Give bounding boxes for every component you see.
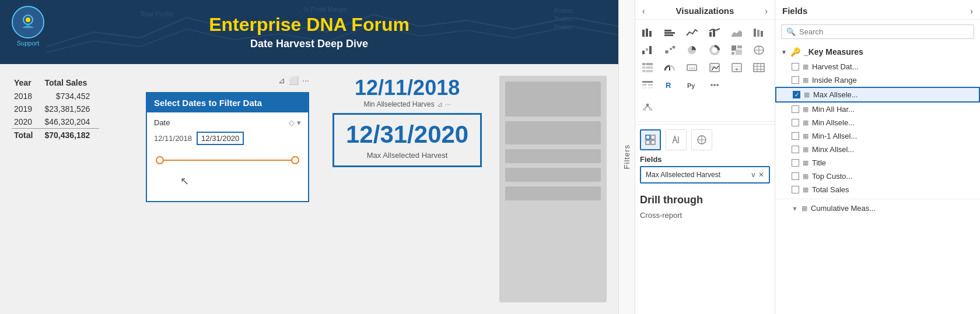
viz-icon-kpi[interactable]: KPI — [706, 59, 723, 76]
field-checkbox-total-sales[interactable] — [792, 186, 799, 193]
field-checkbox-min-allsele[interactable] — [792, 119, 799, 126]
viz-icon-matrix[interactable] — [639, 59, 656, 76]
viz-icon-decomp[interactable] — [639, 100, 656, 117]
cursor-area: ↖ — [154, 166, 301, 195]
date-slider[interactable] — [160, 154, 295, 166]
svg-rect-20 — [646, 48, 648, 51]
svg-text:R: R — [666, 81, 671, 90]
viz-icon-card[interactable]: 123 — [683, 59, 701, 76]
slider-track — [160, 160, 295, 161]
start-date-input[interactable]: 12/11/2018 — [154, 134, 192, 143]
field-item-max-allsele[interactable]: ✓ ▦ Max Allsele... — [775, 87, 980, 103]
viz-icon-pie[interactable] — [683, 42, 701, 58]
viz-icon-treemap[interactable] — [728, 42, 746, 58]
fields-nav-right[interactable]: › — [970, 6, 973, 16]
eraser-icon[interactable]: ◇ — [289, 118, 295, 127]
viz-icon-more-dots[interactable] — [706, 77, 723, 93]
total-label: Total — [12, 129, 42, 142]
viz-icon-python[interactable]: Py — [683, 77, 701, 93]
field-item-total-sales[interactable]: ▦ Total Sales — [775, 183, 980, 196]
field-item-min1-allsel[interactable]: ▦ Min-1 Allsel... — [775, 129, 980, 143]
viz-icon-slicer[interactable] — [728, 59, 746, 76]
search-input[interactable] — [799, 27, 969, 36]
expand-icon[interactable]: ⬜ — [289, 76, 299, 85]
viz-icon-donut[interactable] — [706, 42, 723, 58]
calc-icon-min-allsele: ▦ — [803, 119, 808, 126]
table-row[interactable]: 2020 $46,320,204 — [12, 115, 99, 129]
field-checkbox-max-allsele[interactable]: ✓ — [793, 91, 800, 98]
slider-thumb-right[interactable] — [291, 156, 299, 164]
more-icon[interactable]: ··· — [302, 76, 309, 85]
filters-sidebar[interactable]: Filters — [619, 0, 635, 314]
field-name-min-all-har: Min All Har... — [812, 105, 974, 114]
fields-value: Max Allselected Harvest — [646, 171, 720, 179]
field-checkbox-inside-range[interactable] — [792, 76, 799, 84]
viz-icon-scatter[interactable] — [661, 42, 678, 58]
field-item-harvest-dat[interactable]: ▦ Harvest Dat... — [775, 60, 980, 73]
viz-icon-r[interactable]: R — [661, 77, 678, 93]
filter-icon[interactable]: ⊿ — [278, 76, 285, 85]
viz-icon-table[interactable] — [750, 59, 768, 76]
field-name-total-sales: Total Sales — [812, 185, 974, 194]
field-checkbox-top-custo[interactable] — [792, 172, 799, 180]
date-inputs: 12/11/2018 12/31/2020 — [154, 132, 301, 145]
svg-rect-64 — [649, 108, 652, 111]
gray-block-5 — [505, 186, 601, 200]
date-filter-widget: Select Dates to Filter Data Date ◇ ▾ 12/… — [146, 92, 309, 202]
field-item-inside-range[interactable]: ▦ Inside Range — [775, 73, 980, 87]
svg-rect-7 — [642, 30, 645, 37]
viz-icon-ribbon[interactable] — [750, 24, 768, 41]
field-checkbox-min1[interactable] — [792, 132, 799, 140]
table-row[interactable]: 2019 $23,381,526 — [12, 103, 99, 115]
remove-icon[interactable]: ✕ — [758, 171, 764, 179]
fields-divider — [775, 199, 980, 199]
viz-nav-right[interactable]: › — [765, 6, 768, 16]
field-checkbox-minx[interactable] — [792, 146, 799, 153]
field-checkbox-min-all-har[interactable] — [792, 105, 799, 113]
viz-icon-matrix2[interactable] — [639, 77, 656, 93]
dropdown-arrow-icon[interactable]: ∨ — [751, 171, 756, 179]
svg-marker-15 — [732, 30, 742, 37]
fields-box[interactable]: Max Allselected Harvest ∨ ✕ — [640, 166, 770, 184]
date-filter-label: Date ◇ ▾ — [154, 118, 301, 127]
field-checkbox-title[interactable] — [792, 159, 799, 167]
table-row[interactable]: 2018 $734,452 — [12, 90, 99, 103]
viz-icon-waterfall[interactable] — [639, 42, 656, 58]
end-date-input[interactable]: 12/31/2020 — [197, 132, 244, 145]
svg-rect-21 — [649, 46, 652, 54]
folder-icon-cumulative: ▦ — [802, 204, 807, 212]
key-measures-section-header[interactable]: ▼ 🔑 _Key Measures — [775, 44, 980, 60]
viz-icon-area[interactable] — [728, 24, 746, 41]
field-name-title: Title — [812, 158, 974, 167]
analytics-icon[interactable] — [691, 129, 712, 150]
field-name-cumulative: Cumulative Meas... — [811, 204, 974, 213]
field-item-title[interactable]: ▦ Title — [775, 156, 980, 170]
field-item-min-allsele[interactable]: ▦ Min Allsele... — [775, 116, 980, 129]
viz-icon-line[interactable] — [683, 24, 701, 41]
year-cell: 2018 — [12, 90, 42, 103]
viz-icon-combo[interactable] — [706, 24, 723, 41]
cursor-icon: ↖ — [180, 175, 189, 188]
date-label-text: Date — [154, 118, 170, 127]
field-checkbox-harvest-dat[interactable] — [792, 63, 799, 70]
format-icon[interactable] — [666, 129, 687, 150]
field-item-cumulative[interactable]: ▼ ▦ Cumulative Meas... — [775, 202, 980, 215]
field-item-minx-allsel[interactable]: ▦ Minx Allsel... — [775, 143, 980, 156]
field-item-min-all-har[interactable]: ▦ Min All Har... — [775, 103, 980, 116]
widget-toolbar: ⊿ ⬜ ··· — [146, 76, 309, 85]
fields-build-icon[interactable] — [640, 129, 661, 150]
slider-thumb-left[interactable] — [156, 156, 164, 164]
field-item-top-custo[interactable]: ▦ Top Custo... — [775, 170, 980, 183]
date-cards: 12/11/2018 Min Allselected Harves ⊿ ··· … — [332, 76, 482, 302]
viz-icon-gauge[interactable] — [661, 59, 678, 76]
svg-point-59 — [716, 84, 719, 86]
gray-block-3 — [505, 149, 601, 163]
viz-icon-bar[interactable] — [661, 24, 678, 41]
viz-icon-map[interactable] — [750, 42, 768, 58]
viz-nav-left[interactable]: ‹ — [642, 6, 645, 16]
min-date-value: 12/11/2018 — [332, 76, 482, 100]
viz-icon-stacked-bar[interactable] — [639, 24, 656, 41]
svg-rect-53 — [642, 87, 647, 89]
dropdown-icon[interactable]: ▾ — [297, 118, 301, 127]
search-box[interactable]: 🔍 — [781, 24, 974, 39]
